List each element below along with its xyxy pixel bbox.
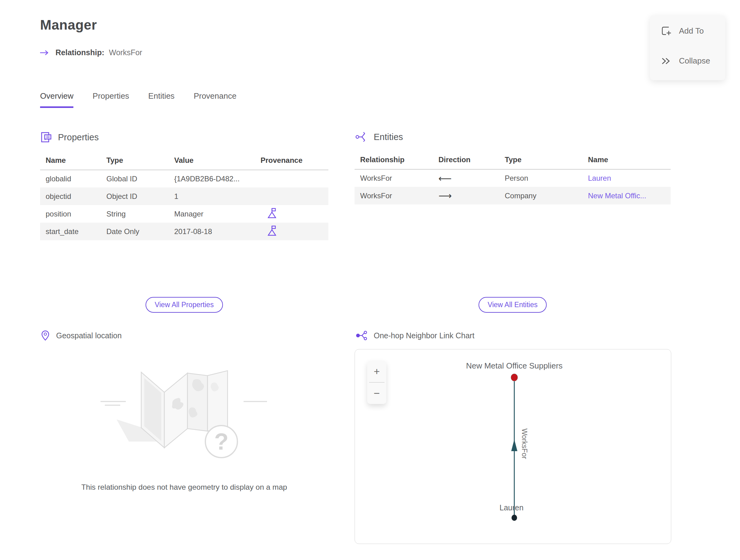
empty-map-illustration: ? <box>98 349 271 472</box>
geospatial-section: Geospatial location <box>40 324 329 544</box>
properties-section: Properties Name Type Value Provenance gl… <box>40 129 329 291</box>
question-mark-glyph: ? <box>214 428 228 455</box>
bottom-node-label: Lauren <box>499 503 524 512</box>
edge-arrowhead <box>511 440 518 451</box>
table-row: objectid Object ID 1 <box>40 187 329 205</box>
table-row: position String Manager <box>40 205 329 223</box>
entity-type: Person <box>505 169 588 187</box>
properties-table: Name Type Value Provenance globalid Glob… <box>40 152 329 240</box>
map-pin-icon <box>41 330 50 341</box>
edge-label: WorksFor <box>521 428 529 459</box>
zoom-control: + − <box>367 361 386 404</box>
page-title: Manager <box>40 17 97 33</box>
collapse-chevrons-icon <box>660 57 671 66</box>
link-chart-section-title: One-hop Neighbor Link Chart <box>374 331 474 340</box>
add-to-label: Add To <box>679 26 704 36</box>
node-lauren[interactable] <box>512 515 517 521</box>
provenance-flag-icon[interactable] <box>267 207 277 219</box>
entities-section: Entities Relationship Direction Type Nam… <box>355 129 671 291</box>
top-node-label: New Metal Office Suppliers <box>466 361 562 370</box>
col-direction: Direction <box>439 152 505 169</box>
prop-value: 1 <box>174 187 261 205</box>
direction-arrow-left: ⟵ <box>439 169 505 187</box>
relationship-value: WorksFor <box>109 48 142 57</box>
tab-provenance[interactable]: Provenance <box>194 91 237 108</box>
table-row: globalid Global ID {1A9DB2B6-D482... <box>40 170 329 187</box>
col-name: Name <box>40 152 106 170</box>
link-chart-icon <box>355 330 368 341</box>
zoom-in-button[interactable]: + <box>367 361 386 382</box>
properties-header-row: Name Type Value Provenance <box>40 152 329 170</box>
col-name: Name <box>588 152 671 169</box>
collapse-label: Collapse <box>679 56 710 66</box>
prop-name: globalid <box>40 170 106 187</box>
breadcrumb: Relationship: WorksFor <box>39 48 142 57</box>
entity-name-link[interactable]: Lauren <box>588 169 671 187</box>
table-row: start_date Date Only 2017-08-18 <box>40 223 329 240</box>
col-value: Value <box>174 152 261 170</box>
tab-properties[interactable]: Properties <box>92 91 129 108</box>
view-all-properties-button[interactable]: View All Properties <box>146 297 223 313</box>
tab-bar: Overview Properties Entities Provenance <box>40 91 237 108</box>
entity-name-link[interactable]: New Metal Offic... <box>588 187 671 204</box>
table-row: WorksFor ⟵ Person Lauren <box>355 169 671 187</box>
prop-type: Date Only <box>106 223 174 240</box>
prop-name: objectid <box>40 187 106 205</box>
add-to-button[interactable]: Add To <box>660 25 715 36</box>
entities-section-title: Entities <box>374 132 403 142</box>
entities-header-row: Relationship Direction Type Name <box>355 152 671 169</box>
relationship-arrow-icon <box>39 49 49 56</box>
prop-value: Manager <box>174 205 261 223</box>
prop-type: String <box>106 205 174 223</box>
geospatial-section-title: Geospatial location <box>56 331 122 340</box>
zoom-out-button[interactable]: − <box>367 383 386 404</box>
actions-panel: Add To Collapse <box>650 15 725 80</box>
tab-entities[interactable]: Entities <box>148 91 175 108</box>
tab-overview[interactable]: Overview <box>40 91 73 108</box>
prop-value: 2017-08-18 <box>174 223 261 240</box>
relationship-label: Relationship: <box>56 48 104 57</box>
properties-icon <box>41 131 52 143</box>
provenance-flag-icon[interactable] <box>267 225 277 236</box>
col-relationship: Relationship <box>355 152 439 169</box>
entities-icon <box>355 131 368 143</box>
node-new-metal-office-suppliers[interactable] <box>511 374 518 381</box>
col-type: Type <box>106 152 174 170</box>
no-geometry-message: This relationship does not have geometry… <box>40 483 329 491</box>
col-provenance: Provenance <box>261 152 329 170</box>
view-all-entities-button[interactable]: View All Entities <box>478 297 547 313</box>
link-chart-section: One-hop Neighbor Link Chart + − New Meta… <box>355 324 671 544</box>
link-chart-canvas[interactable]: + − New Metal Office Suppliers WorksFor … <box>355 349 671 544</box>
entities-table: Relationship Direction Type Name WorksFo… <box>355 152 671 204</box>
add-to-icon <box>660 25 671 36</box>
prop-name: position <box>40 205 106 223</box>
prop-value: {1A9DB2B6-D482... <box>174 170 261 187</box>
collapse-button[interactable]: Collapse <box>660 56 715 66</box>
direction-arrow-right: ⟶ <box>439 187 505 204</box>
prop-type: Object ID <box>106 187 174 205</box>
entity-relationship: WorksFor <box>355 187 439 204</box>
entity-type: Company <box>505 187 588 204</box>
col-type: Type <box>505 152 588 169</box>
properties-section-title: Properties <box>58 132 99 143</box>
entity-relationship: WorksFor <box>355 169 439 187</box>
prop-type: Global ID <box>106 170 174 187</box>
prop-name: start_date <box>40 223 106 240</box>
table-row: WorksFor ⟶ Company New Metal Offic... <box>355 187 671 204</box>
